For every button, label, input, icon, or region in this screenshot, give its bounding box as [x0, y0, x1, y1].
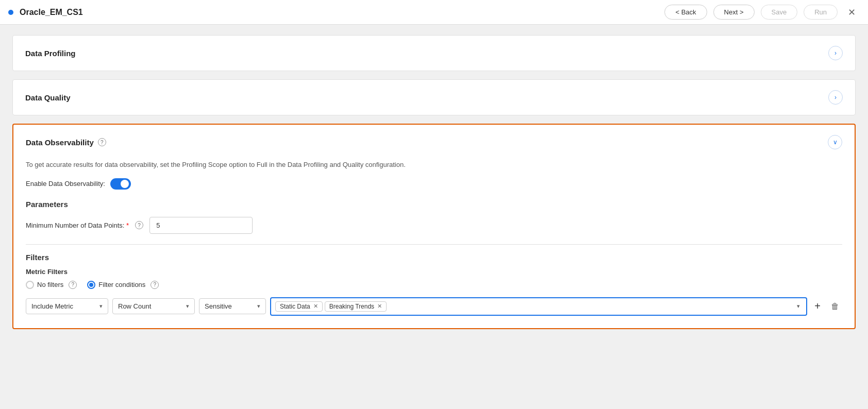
tag-breaking-trends: Breaking Trends ✕	[325, 301, 387, 312]
min-data-points-input[interactable]	[149, 217, 253, 234]
delete-filter-button[interactable]: 🗑	[828, 300, 842, 313]
include-metric-label: Include Metric	[31, 302, 73, 310]
chevron-right-icon2: ›	[834, 94, 837, 101]
back-button[interactable]: < Back	[664, 5, 707, 20]
data-observability-collapse-button[interactable]: ∨	[828, 135, 842, 149]
parameters-title: Parameters	[26, 200, 842, 209]
tag-static-data: Static Data ✕	[275, 301, 323, 312]
data-observability-title: Data Observability	[26, 138, 94, 147]
chevron-down-icon: ∨	[833, 139, 838, 146]
toggle-label: Enable Data Observability:	[26, 180, 105, 188]
data-quality-header[interactable]: Data Quality ›	[13, 80, 855, 115]
add-filter-button[interactable]: +	[811, 298, 824, 314]
delete-icon: 🗑	[831, 302, 839, 311]
enable-observability-toggle[interactable]	[110, 178, 131, 190]
min-data-points-label: Minimum Number of Data Points: *	[26, 221, 129, 229]
data-profiling-expand-button[interactable]: ›	[828, 46, 843, 60]
data-observability-header[interactable]: Data Observability ? ∨	[13, 125, 855, 160]
filter-conditions-radio-circle	[87, 281, 95, 289]
section-divider	[26, 244, 842, 245]
data-quality-expand-button[interactable]: ›	[828, 90, 843, 105]
tag-breaking-trends-close[interactable]: ✕	[377, 303, 382, 310]
data-profiling-header[interactable]: Data Profiling ›	[13, 36, 855, 71]
toggle-row: Enable Data Observability:	[26, 178, 842, 190]
tags-input[interactable]: Static Data ✕ Breaking Trends ✕ ▾	[270, 297, 807, 316]
min-data-points-help-icon[interactable]: ?	[135, 221, 143, 229]
tag-breaking-trends-label: Breaking Trends	[329, 303, 374, 310]
observability-help-icon[interactable]: ?	[98, 138, 106, 146]
filter-conditions-help-icon[interactable]: ?	[151, 281, 159, 289]
required-indicator: *	[126, 221, 129, 229]
data-profiling-title: Data Profiling	[25, 49, 76, 58]
include-metric-arrow-icon: ▾	[99, 303, 103, 310]
filter-conditions-radio[interactable]: Filter conditions ?	[87, 281, 159, 289]
data-quality-section: Data Quality ›	[12, 79, 856, 115]
tags-dropdown-arrow-icon[interactable]: ▾	[795, 303, 802, 310]
min-data-points-row: Minimum Number of Data Points: * ?	[26, 217, 842, 234]
add-icon: +	[814, 300, 821, 312]
data-profiling-section: Data Profiling ›	[12, 35, 856, 71]
row-count-dropdown[interactable]: Row Count ▾	[112, 298, 195, 314]
save-button[interactable]: Save	[761, 5, 798, 20]
no-filters-radio[interactable]: No filters ?	[26, 281, 77, 289]
no-filters-help-icon[interactable]: ?	[69, 281, 77, 289]
chevron-right-icon: ›	[834, 49, 837, 57]
row-count-label: Row Count	[118, 302, 151, 310]
filters-title: Filters	[26, 253, 842, 262]
tag-static-data-label: Static Data	[280, 303, 310, 310]
page-title: Oracle_EM_CS1	[20, 8, 658, 17]
next-button[interactable]: Next >	[713, 5, 755, 20]
tag-static-data-close[interactable]: ✕	[313, 303, 318, 310]
filter-conditions-label: Filter conditions	[98, 281, 145, 288]
data-observability-section: Data Observability ? ∨ To get accurate r…	[12, 124, 856, 329]
close-button[interactable]: ✕	[844, 5, 860, 20]
row-count-arrow-icon: ▾	[186, 303, 189, 310]
filter-condition-row: Include Metric ▾ Row Count ▾ Sensitive ▾…	[26, 297, 842, 316]
run-button[interactable]: Run	[804, 5, 838, 20]
observability-info-text: To get accurate results for data observa…	[26, 160, 842, 170]
main-content: Data Profiling › Data Quality › Data Obs…	[0, 25, 868, 339]
no-filters-label: No filters	[37, 281, 63, 288]
no-filters-radio-circle	[26, 281, 34, 289]
filter-radio-group: No filters ? Filter conditions ?	[26, 281, 842, 289]
sensitive-dropdown[interactable]: Sensitive ▾	[199, 298, 266, 314]
sensitive-label: Sensitive	[205, 302, 232, 310]
sensitive-arrow-icon: ▾	[257, 303, 260, 310]
app-header: Oracle_EM_CS1 < Back Next > Save Run ✕	[0, 0, 868, 25]
include-metric-dropdown[interactable]: Include Metric ▾	[26, 298, 108, 314]
data-quality-title: Data Quality	[25, 93, 71, 102]
status-dot	[8, 10, 13, 15]
metric-filters-label: Metric Filters	[26, 268, 842, 276]
data-observability-body: To get accurate results for data observa…	[13, 160, 855, 328]
